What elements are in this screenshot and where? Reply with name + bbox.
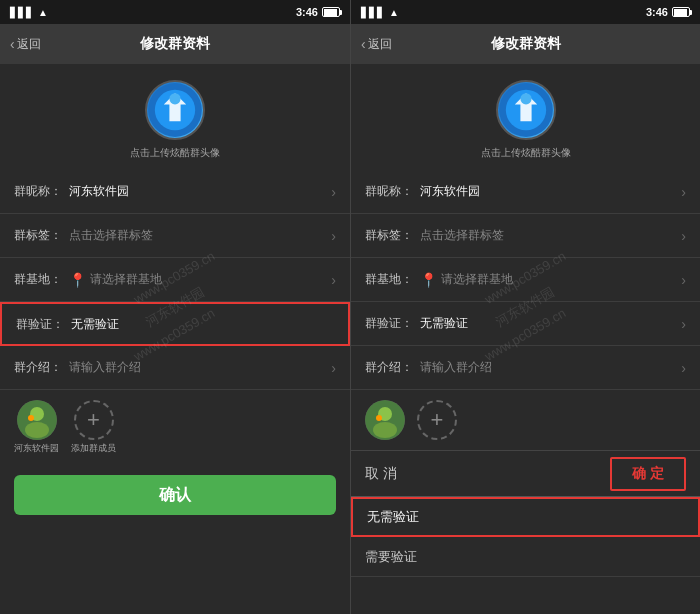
members-section-left: 河东软件园 + 添加群成员: [0, 390, 350, 465]
field-intro-value-right: 请输入群介绍: [420, 359, 681, 376]
back-arrow-left: ‹: [10, 36, 15, 52]
field-nickname-arrow-left: ›: [331, 184, 336, 200]
field-intro-arrow-left: ›: [331, 360, 336, 376]
field-tag-value-right: 点击选择群标签: [420, 227, 681, 244]
status-icons-right: ▋▋▋ ▲: [361, 7, 399, 18]
field-verify-arrow-right: ›: [681, 316, 686, 332]
nav-title-right: 修改群资料: [491, 35, 561, 53]
signal-icon-right: ▋▋▋: [361, 7, 385, 18]
confirm-button-left[interactable]: 确认: [14, 475, 336, 515]
battery-fill-left: [324, 9, 337, 16]
confirm-label-left: 确认: [159, 485, 191, 506]
avatar-left: [145, 80, 205, 140]
field-location-arrow-right: ›: [681, 272, 686, 288]
right-panel: www.pc0359.cn 河东软件园 www.pc0359.cn ▋▋▋ ▲ …: [350, 0, 700, 614]
wifi-icon-right: ▲: [389, 7, 399, 18]
nav-title-left: 修改群资料: [140, 35, 210, 53]
dropdown-option-verify[interactable]: 需要验证: [351, 537, 700, 577]
status-bar-right: ▋▋▋ ▲ 3:46: [351, 0, 700, 24]
field-nickname-right[interactable]: 群昵称： 河东软件园 ›: [351, 170, 700, 214]
field-verify-left[interactable]: 群验证： 无需验证: [0, 302, 350, 346]
dropdown-sheet-right: 无需验证 需要验证: [351, 496, 700, 577]
location-icon-right: 📍: [420, 272, 437, 288]
field-tag-arrow-right: ›: [681, 228, 686, 244]
svg-point-13: [376, 415, 382, 421]
member-label-left: 河东软件园: [14, 442, 59, 455]
add-member-button-right[interactable]: +: [417, 400, 457, 440]
svg-point-6: [28, 415, 34, 421]
signal-icon: ▋▋▋: [10, 7, 34, 18]
member-avatar-left: [17, 400, 57, 440]
field-nickname-label-right: 群昵称：: [365, 183, 420, 200]
field-intro-label-right: 群介绍：: [365, 359, 420, 376]
avatar-caption-right: 点击上传炫酷群头像: [481, 146, 571, 160]
avatar-section-left[interactable]: 点击上传炫酷群头像: [0, 64, 350, 170]
battery-icon-left: [322, 7, 340, 17]
confirm-button-right[interactable]: 确 定: [610, 457, 686, 491]
location-icon-left: 📍: [69, 272, 86, 288]
left-panel: www.pc0359.cn 河东软件园 www.pc0359.cn ▋▋▋ ▲ …: [0, 0, 350, 614]
field-verify-label-left: 群验证：: [16, 316, 71, 333]
svg-point-5: [25, 422, 49, 438]
field-verify-value-right: 无需验证: [420, 315, 681, 332]
status-right-right: 3:46: [646, 6, 690, 18]
field-location-arrow-left: ›: [331, 272, 336, 288]
field-tag-value-left: 点击选择群标签: [69, 227, 331, 244]
field-nickname-left[interactable]: 群昵称： 河东软件园 ›: [0, 170, 350, 214]
field-intro-value-left: 请输入群介绍: [69, 359, 331, 376]
member-avatar-right: [365, 400, 405, 440]
field-location-value-right: 请选择群基地: [441, 271, 681, 288]
field-location-label-left: 群基地：: [14, 271, 69, 288]
add-member-button-left[interactable]: +: [74, 400, 114, 440]
back-arrow-right: ‹: [361, 36, 366, 52]
field-tag-arrow-left: ›: [331, 228, 336, 244]
members-section-right: +: [351, 390, 700, 450]
field-verify-value-left: 无需验证: [71, 316, 334, 333]
field-intro-left[interactable]: 群介绍： 请输入群介绍 ›: [0, 346, 350, 390]
back-label-right: 返回: [368, 36, 392, 53]
battery-fill-right: [674, 9, 687, 16]
field-intro-arrow-right: ›: [681, 360, 686, 376]
status-icons-left: ▋▋▋ ▲: [10, 7, 48, 18]
field-nickname-value-left: 河东软件园: [69, 183, 331, 200]
battery-icon-right: [672, 7, 690, 17]
field-intro-right[interactable]: 群介绍： 请输入群介绍 ›: [351, 346, 700, 390]
action-bar-right: 取 消 确 定: [351, 450, 700, 496]
svg-point-12: [373, 422, 397, 438]
back-button-right[interactable]: ‹ 返回: [361, 36, 392, 53]
add-member-label-left: 添加群成员: [71, 442, 116, 455]
field-location-label-right: 群基地：: [365, 271, 420, 288]
svg-point-9: [520, 93, 531, 104]
status-time-left: 3:46: [296, 6, 318, 18]
status-right-left: 3:46: [296, 6, 340, 18]
field-location-right[interactable]: 群基地： 📍 请选择群基地 ›: [351, 258, 700, 302]
dropdown-option-no-verify[interactable]: 无需验证: [351, 497, 700, 537]
field-location-left[interactable]: 群基地： 📍 请选择群基地 ›: [0, 258, 350, 302]
avatar-caption-left: 点击上传炫酷群头像: [130, 146, 220, 160]
status-bar-left: ▋▋▋ ▲ 3:46: [0, 0, 350, 24]
field-tag-left[interactable]: 群标签： 点击选择群标签 ›: [0, 214, 350, 258]
back-button-left[interactable]: ‹ 返回: [10, 36, 41, 53]
nav-bar-left: ‹ 返回 修改群资料: [0, 24, 350, 64]
back-label-left: 返回: [17, 36, 41, 53]
field-tag-label-left: 群标签：: [14, 227, 69, 244]
field-verify-label-right: 群验证：: [365, 315, 420, 332]
field-nickname-arrow-right: ›: [681, 184, 686, 200]
avatar-right: [496, 80, 556, 140]
wifi-icon: ▲: [38, 7, 48, 18]
field-nickname-label-left: 群昵称：: [14, 183, 69, 200]
field-tag-label-right: 群标签：: [365, 227, 420, 244]
field-nickname-value-right: 河东软件园: [420, 183, 681, 200]
avatar-section-right[interactable]: 点击上传炫酷群头像: [351, 64, 700, 170]
field-intro-label-left: 群介绍：: [14, 359, 69, 376]
status-time-right: 3:46: [646, 6, 668, 18]
field-location-value-left: 请选择群基地: [90, 271, 331, 288]
cancel-button-right[interactable]: 取 消: [365, 465, 397, 483]
field-verify-right[interactable]: 群验证： 无需验证 ›: [351, 302, 700, 346]
nav-bar-right: ‹ 返回 修改群资料: [351, 24, 700, 64]
svg-point-2: [169, 93, 180, 104]
field-tag-right[interactable]: 群标签： 点击选择群标签 ›: [351, 214, 700, 258]
